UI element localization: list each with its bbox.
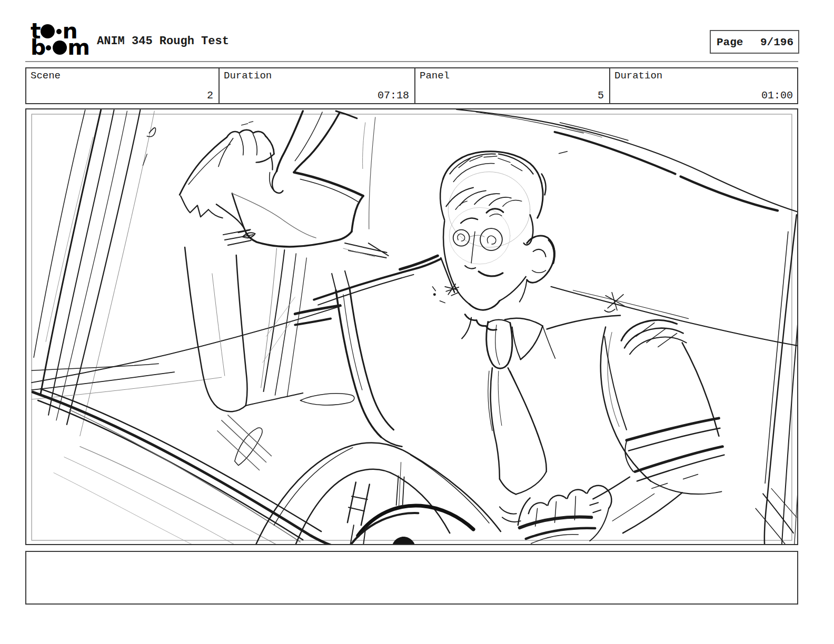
panel-info-row: Scene 2 Duration 07:18 Panel 5 Duration … (25, 67, 798, 104)
scene-duration-cell: Duration 07:18 (219, 68, 414, 103)
scene-duration-value: 07:18 (378, 89, 409, 102)
steering-wheel-sketch (256, 442, 612, 544)
sun-visor-hand-sketch (180, 111, 389, 258)
scene-duration-label: Duration (224, 70, 272, 82)
project-title: ANIM 345 Rough Test (97, 35, 229, 48)
panel-duration-label: Duration (614, 70, 662, 82)
storyboard-sketch (26, 109, 797, 544)
page-number-box: Page 9/196 (710, 30, 799, 54)
driver-figure-sketch (185, 152, 724, 533)
scene-label: Scene (31, 70, 61, 82)
logo-letter-m: m (67, 39, 89, 55)
scene-value: 2 (207, 89, 213, 102)
page-number-value: 9/196 (760, 36, 793, 48)
car-frame-sketch (32, 109, 797, 544)
logo-small-dot-icon (56, 29, 62, 34)
page-label: Page (717, 36, 743, 48)
logo-big-dot-icon (53, 41, 67, 55)
logo-small-dot-icon (46, 45, 51, 51)
panel-label: Panel (420, 70, 450, 82)
scene-cell: Scene 2 (26, 68, 219, 103)
panel-cell: Panel 5 (414, 68, 609, 103)
logo-letter-b: b (31, 39, 45, 55)
caption-box (25, 551, 798, 605)
panel-duration-cell: Duration 01:00 (609, 68, 798, 103)
toonboom-logo: t n b m (31, 23, 89, 55)
panel-duration-value: 01:00 (761, 89, 793, 102)
storyboard-page: t n b m ANIM 345 Rough Test Page 9/196 S… (0, 0, 834, 644)
storyboard-panel-frame (25, 108, 798, 545)
header-divider (25, 61, 798, 62)
panel-value: 5 (598, 89, 604, 102)
